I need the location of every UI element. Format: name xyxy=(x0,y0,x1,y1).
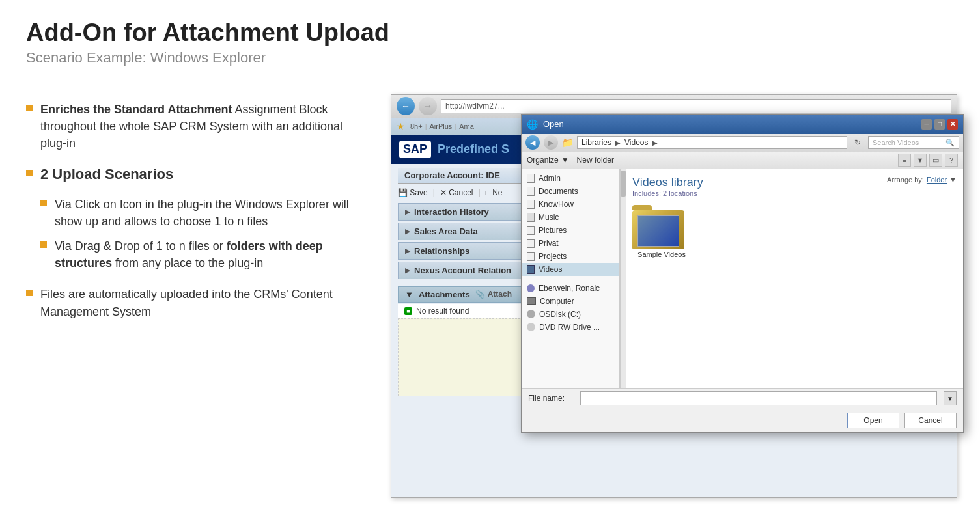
person-icon xyxy=(527,284,535,292)
help-button[interactable]: ? xyxy=(945,154,958,167)
projects-icon xyxy=(527,252,535,261)
bullet-section-1: Enriches the Standard Attachment Assignm… xyxy=(26,101,365,152)
documents-icon xyxy=(527,187,535,196)
tab-ama[interactable]: Ama xyxy=(459,122,474,130)
view-buttons: ≡ ▼ ▭ ? xyxy=(898,154,958,167)
cancel-action[interactable]: ✕ Cancel xyxy=(440,188,473,197)
search-field[interactable]: Search Videos 🔍 xyxy=(868,136,959,149)
sidebar-dvd[interactable]: DVD RW Drive ... xyxy=(522,321,619,334)
new-folder-button[interactable]: New folder xyxy=(577,156,614,165)
sidebar-music[interactable]: Music xyxy=(522,211,619,224)
bullet-item-2-heading: 2 Upload Scenarios xyxy=(26,166,365,188)
bullet-square-3 xyxy=(26,290,33,296)
sap-logo: SAP xyxy=(399,141,431,158)
dialog-sidebar: Admin Documents KnowHow xyxy=(522,169,620,388)
search-placeholder: Search Videos xyxy=(873,139,919,146)
projects-label: Projects xyxy=(539,252,567,261)
save-action[interactable]: 💾 Save xyxy=(398,188,428,197)
relationships-label: Relationships xyxy=(414,246,469,256)
dialog-forward-button[interactable]: ▶ xyxy=(544,135,558,150)
arrange-dropdown[interactable]: ▼ xyxy=(949,176,957,184)
dialog-title-text: Open xyxy=(543,119,564,129)
organize-dropdown-icon: ▼ xyxy=(561,156,569,165)
sidebar-documents[interactable]: Documents xyxy=(522,185,619,198)
sidebar-osdisk[interactable]: OSDisk (C:) xyxy=(522,308,619,321)
interaction-history-label: Interaction History xyxy=(414,207,489,217)
browser-url-bar[interactable]: http://iwdfvm27... xyxy=(441,99,951,113)
maximize-button[interactable]: □ xyxy=(934,119,945,130)
browser-forward-button[interactable]: → xyxy=(419,97,437,115)
sidebar-computer[interactable]: Computer xyxy=(522,295,619,308)
videos-label: Videos xyxy=(539,265,562,274)
content-area: Enriches the Standard Attachment Assignm… xyxy=(26,94,954,509)
bullet-item-1: Enriches the Standard Attachment Assignm… xyxy=(26,101,365,152)
disk-icon xyxy=(527,310,535,318)
privat-label: Privat xyxy=(539,239,559,248)
bullet-square-2b xyxy=(40,241,47,248)
divider xyxy=(26,81,954,81)
sap-header-text: Predefined S xyxy=(438,143,509,156)
bullet-item-2a: Via Click on Icon in the plug-in the Win… xyxy=(40,196,365,230)
addr-separator-1: ▶ xyxy=(615,139,621,146)
organize-menu[interactable]: Organize ▼ xyxy=(527,156,569,165)
bullet-text-1: Enriches the Standard Attachment Assignm… xyxy=(40,101,365,152)
sidebar-scrollbar[interactable] xyxy=(620,169,626,388)
sidebar-scroll-thumb[interactable] xyxy=(621,171,626,197)
music-icon xyxy=(527,213,535,222)
filename-bar: File name: ▼ xyxy=(522,388,963,409)
folder-icon-large xyxy=(632,210,684,249)
view-dropdown-button[interactable]: ▼ xyxy=(914,154,927,167)
sidebar-knowhow[interactable]: KnowHow xyxy=(522,198,619,211)
close-button[interactable]: ✕ xyxy=(947,119,958,130)
attach-icon: 📎 xyxy=(475,290,485,299)
sidebar-pictures[interactable]: Pictures xyxy=(522,224,619,237)
list-view-button[interactable]: ≡ xyxy=(898,154,911,167)
refresh-button[interactable]: ↻ xyxy=(851,136,864,149)
sidebar-eberwein[interactable]: Eberwein, Ronalc xyxy=(522,282,619,295)
bullet-section-3: Files are automatically uploaded into th… xyxy=(26,286,365,320)
eberwein-label: Eberwein, Ronalc xyxy=(539,284,600,293)
section-arrow-2: ▶ xyxy=(405,228,410,235)
knowhow-icon xyxy=(527,200,535,209)
addr-libraries: Libraries xyxy=(581,138,611,147)
sidebar-admin[interactable]: Admin xyxy=(522,172,619,185)
url-text: http://iwdfvm27... xyxy=(445,102,505,111)
address-bar[interactable]: Libraries ▶ Videos ▶ xyxy=(577,136,847,149)
dialog-cancel-button[interactable]: Cancel xyxy=(904,413,957,428)
dialog-back-button[interactable]: ◀ xyxy=(525,135,540,150)
favorites-icon: ★ xyxy=(397,121,405,131)
osdisk-label: OSDisk (C:) xyxy=(539,310,581,319)
arrange-value[interactable]: Folder xyxy=(927,176,947,184)
bullet-square-1 xyxy=(26,105,33,111)
section-arrow-3: ▶ xyxy=(405,247,410,254)
dialog-toolbar: Organize ▼ New folder ≡ ▼ ▭ ? xyxy=(522,152,963,169)
computer-label: Computer xyxy=(540,297,574,306)
attachments-arrow: ▼ xyxy=(405,290,413,299)
sidebar-privat[interactable]: Privat xyxy=(522,237,619,250)
dialog-body: Admin Documents KnowHow xyxy=(522,169,963,388)
tab-airplus[interactable]: AirPlus xyxy=(430,122,453,130)
page-container: Add-On for Attachment Upload Scenario Ex… xyxy=(0,0,980,522)
sample-videos-thumbnail[interactable]: Sample Videos xyxy=(632,210,691,259)
browser-back-button[interactable]: ← xyxy=(397,97,415,115)
filename-dropdown[interactable]: ▼ xyxy=(944,391,957,405)
pictures-icon xyxy=(527,226,535,235)
filename-input[interactable] xyxy=(580,391,937,405)
bullet-text-3: Files are automatically uploaded into th… xyxy=(40,286,365,320)
bullet-bold-1: Enriches the Standard Attachment xyxy=(40,103,232,116)
tab-8h[interactable]: 8h+ xyxy=(410,122,423,130)
minimize-button[interactable]: ─ xyxy=(921,119,932,130)
sidebar-videos[interactable]: Videos xyxy=(522,263,619,276)
sidebar-projects[interactable]: Projects xyxy=(522,250,619,263)
dialog-sidebar-wrapper: Admin Documents KnowHow xyxy=(522,169,626,388)
bullet-item-2b: Via Drag & Drop of 1 to n files or folde… xyxy=(40,238,365,271)
bullet-text-2b: Via Drag & Drop of 1 to n files or folde… xyxy=(55,238,365,271)
folder-preview-image xyxy=(637,215,679,247)
dialog-open-button[interactable]: Open xyxy=(847,413,899,428)
details-panel-button[interactable]: ▭ xyxy=(929,154,942,167)
new-action[interactable]: □ Ne xyxy=(486,188,503,197)
sub-title: Scenario Example: Windows Explorer xyxy=(26,49,954,66)
music-label: Music xyxy=(539,213,559,222)
main-title: Add-On for Attachment Upload xyxy=(26,20,954,47)
sales-area-label: Sales Area Data xyxy=(414,227,478,236)
